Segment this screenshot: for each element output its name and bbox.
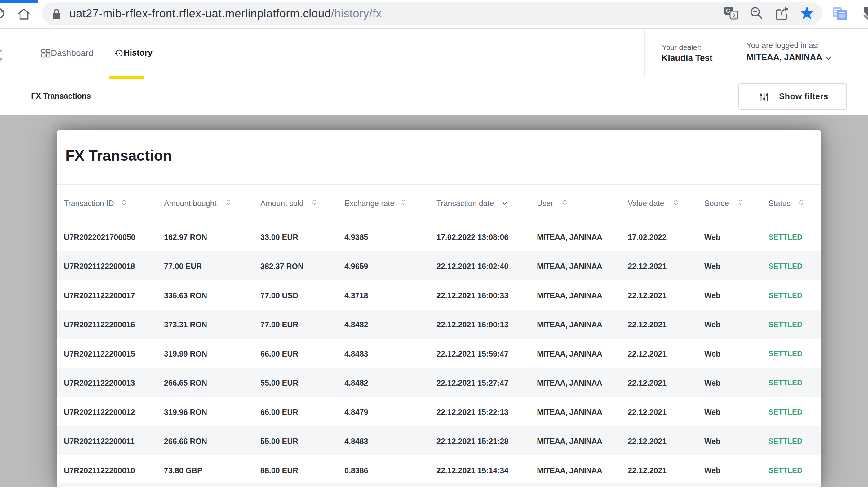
- svg-text:文: 文: [732, 13, 737, 18]
